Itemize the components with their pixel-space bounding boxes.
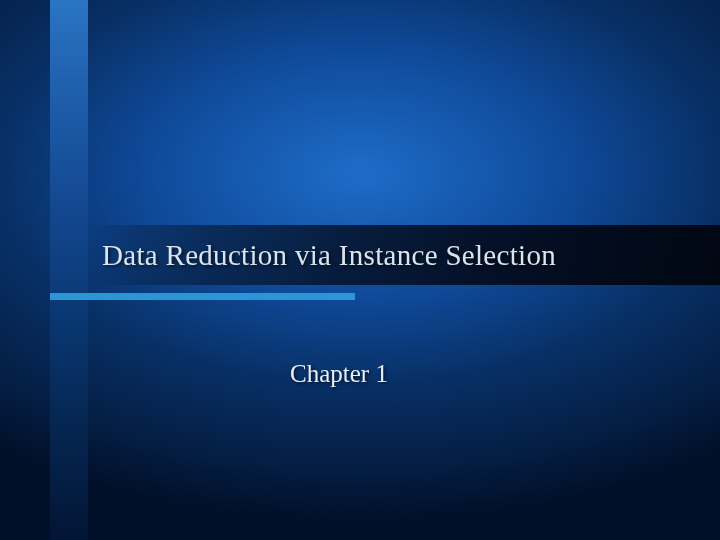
- slide-title: Data Reduction via Instance Selection: [102, 239, 556, 272]
- horizontal-accent-line: [50, 293, 355, 300]
- vertical-accent-stripe: [50, 0, 88, 540]
- title-bar: Data Reduction via Instance Selection: [88, 225, 720, 285]
- slide-subtitle: Chapter 1: [290, 360, 388, 388]
